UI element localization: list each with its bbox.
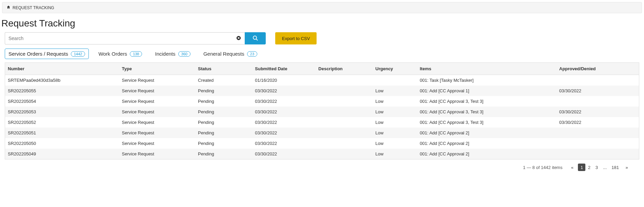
page-button-2[interactable]: 2 <box>585 164 593 171</box>
cell-submitted: 03/30/2022 <box>252 128 316 138</box>
cell-number: SR202205049 <box>5 149 119 159</box>
tab-label: Work Orders <box>98 51 127 57</box>
home-icon <box>6 5 11 10</box>
cell-type: Service Request <box>119 138 195 149</box>
breadcrumb[interactable]: REQUEST TRACKING <box>2 2 642 13</box>
cell-type: Service Request <box>119 96 195 107</box>
cell-description <box>316 75 373 86</box>
cell-items: 001: Add [CC Approval 3, Test 3] <box>417 107 556 117</box>
export-csv-button[interactable]: Export to CSV <box>275 32 317 44</box>
col-number[interactable]: Number <box>5 63 119 75</box>
cell-items: 001: Add [CC Approval 2] <box>417 149 556 159</box>
svg-point-1 <box>253 36 257 39</box>
cell-submitted: 03/30/2022 <box>252 117 316 128</box>
cell-approved <box>557 75 639 86</box>
cell-number: SR202205053 <box>5 107 119 117</box>
cell-number: SR202205051 <box>5 128 119 138</box>
col-approved-denied[interactable]: Approved/Denied <box>557 63 639 75</box>
cell-description <box>316 138 373 149</box>
col-status[interactable]: Status <box>195 63 252 75</box>
tab-work-orders[interactable]: Work Orders138 <box>95 49 145 59</box>
cell-approved: 03/30/2022 <box>557 117 639 128</box>
cell-status: Pending <box>195 117 252 128</box>
cell-urgency <box>373 75 417 86</box>
tab-incidents[interactable]: Incidents360 <box>152 49 194 59</box>
pagination-ellipsis: ... <box>602 165 607 170</box>
cell-approved: 03/30/2022 <box>557 107 639 117</box>
tab-label: General Requests <box>203 51 244 57</box>
search-button[interactable] <box>245 32 266 44</box>
tab-label: Service Orders / Requests <box>8 51 68 57</box>
cell-urgency: Low <box>373 149 417 159</box>
cell-status: Pending <box>195 128 252 138</box>
table-row[interactable]: SR202205051Service RequestPending03/30/2… <box>5 128 639 138</box>
cell-status: Pending <box>195 107 252 117</box>
table-row[interactable]: SR202205050Service RequestPending03/30/2… <box>5 138 639 149</box>
cell-description <box>316 86 373 96</box>
page-button-1[interactable]: 1 <box>578 164 585 171</box>
cell-type: Service Request <box>119 117 195 128</box>
table-row[interactable]: SR202205053Service RequestPending03/30/2… <box>5 107 639 117</box>
tab-count-badge: 1442 <box>71 51 85 57</box>
cell-urgency: Low <box>373 128 417 138</box>
cell-status: Pending <box>195 149 252 159</box>
cell-type: Service Request <box>119 86 195 96</box>
tab-count-badge: 23 <box>247 51 257 57</box>
tab-general-requests[interactable]: General Requests23 <box>200 49 261 59</box>
tab-label: Incidents <box>155 51 175 57</box>
col-urgency[interactable]: Urgency <box>373 63 417 75</box>
table-row[interactable]: SR202205055Service RequestPending03/30/2… <box>5 86 639 96</box>
cell-urgency: Low <box>373 107 417 117</box>
clear-icon <box>236 36 241 41</box>
table-row[interactable]: SRTEMPaa0ed430d3a58bService RequestCreat… <box>5 75 639 86</box>
col-submitted-date[interactable]: Submitted Date <box>252 63 316 75</box>
cell-submitted: 03/30/2022 <box>252 86 316 96</box>
cell-number: SR202205050 <box>5 138 119 149</box>
cell-number: SR202205055 <box>5 86 119 96</box>
cell-description <box>316 117 373 128</box>
cell-items: 001: Add [CC Approval 1] <box>417 86 556 96</box>
table-row[interactable]: SR202205052Service RequestPending03/30/2… <box>5 117 639 128</box>
page-title: Request Tracking <box>1 18 644 29</box>
cell-status: Pending <box>195 96 252 107</box>
table-row[interactable]: SR202205054Service RequestPending03/30/2… <box>5 96 639 107</box>
table-header-row: NumberTypeStatusSubmitted DateDescriptio… <box>5 63 639 75</box>
search-input[interactable] <box>5 32 233 44</box>
pagination: 1 — 8 of 1442 items « 123 ... 181 » <box>0 159 644 175</box>
cell-submitted: 01/16/2020 <box>252 75 316 86</box>
tabs: Service Orders / Requests1442Work Orders… <box>0 49 644 59</box>
page-last-number-button[interactable]: 181 <box>609 164 621 171</box>
cell-urgency: Low <box>373 138 417 149</box>
cell-number: SR202205052 <box>5 117 119 128</box>
page-button-3[interactable]: 3 <box>593 164 600 171</box>
cell-type: Service Request <box>119 128 195 138</box>
col-type[interactable]: Type <box>119 63 195 75</box>
cell-approved <box>557 128 639 138</box>
page-next-button[interactable]: » <box>623 164 630 171</box>
col-items[interactable]: Items <box>417 63 556 75</box>
page-first-button[interactable]: « <box>568 164 576 171</box>
cell-type: Service Request <box>119 107 195 117</box>
cell-number: SRTEMPaa0ed430d3a58b <box>5 75 119 86</box>
svg-line-2 <box>256 39 258 40</box>
search-group <box>5 32 266 44</box>
pagination-summary: 1 — 8 of 1442 items <box>523 165 562 170</box>
cell-number: SR202205054 <box>5 96 119 107</box>
cell-items: 001: Add [CC Approval 2] <box>417 138 556 149</box>
breadcrumb-label: REQUEST TRACKING <box>13 5 54 10</box>
cell-approved <box>557 149 639 159</box>
tab-service-orders-requests[interactable]: Service Orders / Requests1442 <box>5 49 89 59</box>
cell-type: Service Request <box>119 149 195 159</box>
search-icon <box>253 35 258 42</box>
cell-description <box>316 128 373 138</box>
tab-count-badge: 138 <box>130 51 142 57</box>
col-description[interactable]: Description <box>316 63 373 75</box>
cell-items: 001: Add [CC Approval 3, Test 3] <box>417 96 556 107</box>
clear-button[interactable] <box>233 32 245 44</box>
cell-urgency: Low <box>373 96 417 107</box>
cell-status: Pending <box>195 138 252 149</box>
cell-approved: 03/30/2022 <box>557 86 639 96</box>
table-row[interactable]: SR202205049Service RequestPending03/30/2… <box>5 149 639 159</box>
tab-count-badge: 360 <box>178 51 190 57</box>
cell-urgency: Low <box>373 86 417 96</box>
